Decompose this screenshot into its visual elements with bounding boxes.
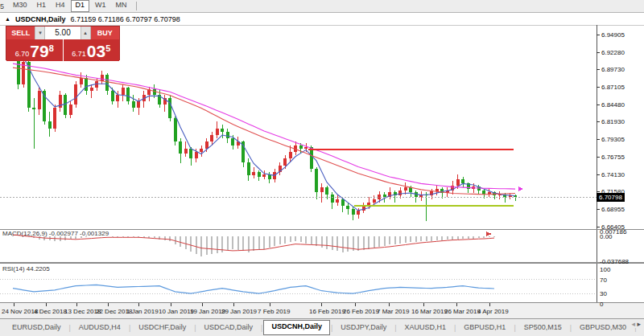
- candle-body: [398, 191, 402, 196]
- candle-body: [341, 199, 345, 206]
- candle-body: [352, 209, 355, 215]
- buy-price-big: 03: [87, 43, 105, 59]
- candle-body: [74, 84, 77, 104]
- candle-body: [283, 158, 287, 165]
- buy-price-small: 6.71: [72, 50, 86, 58]
- sell-price-big: 79: [30, 43, 48, 59]
- sell-price-small: 6.70: [15, 50, 30, 58]
- candle-body: [456, 179, 460, 186]
- macd-end-arrow-icon: [486, 232, 492, 236]
- buy-price-sup: 5: [105, 43, 110, 53]
- candle-body: [336, 199, 339, 203]
- candle-body: [205, 141, 208, 148]
- volume-up-icon[interactable]: ▴: [80, 27, 91, 39]
- candle-body: [325, 187, 328, 194]
- candle-body: [38, 91, 41, 109]
- chart-symbol-title: USDCNH,Daily: [15, 15, 66, 23]
- candle-body: [310, 147, 313, 169]
- candle-body: [195, 152, 198, 158]
- one-click-trading-panel: SELL ▾ 5.00 ▴ BUY 6.70 79 8 6.71 03 5: [6, 26, 120, 60]
- candle-body: [357, 211, 360, 215]
- candle-body: [48, 121, 52, 128]
- candle-body: [53, 108, 56, 128]
- sell-button[interactable]: SELL: [6, 27, 35, 39]
- collapse-panel-icon[interactable]: ▲: [5, 16, 10, 22]
- ma-end-arrow-icon: [518, 186, 523, 191]
- candle-body: [221, 129, 224, 132]
- candle-body: [247, 162, 250, 176]
- candle-body: [231, 138, 234, 145]
- candle-body: [262, 174, 266, 177]
- tab-scroll-right-icon[interactable]: ▸: [637, 320, 641, 328]
- candle-body: [320, 187, 324, 192]
- candle-body: [179, 141, 182, 154]
- candle-body: [373, 199, 376, 203]
- candle-body: [216, 129, 219, 135]
- candle-body: [404, 187, 407, 190]
- candle-body: [184, 149, 188, 154]
- chart-header: ▲ USDCNH,Daily 6.71159 6.71186 6.70797 6…: [5, 14, 180, 23]
- candle-body: [315, 169, 318, 192]
- candle-body: [189, 149, 192, 159]
- candle-body: [289, 152, 292, 158]
- rsi-line: [13, 285, 494, 293]
- buy-price[interactable]: 6.71 03 5: [64, 39, 120, 61]
- candle-body: [116, 95, 119, 101]
- candle-body: [346, 206, 349, 209]
- candle-body: [168, 98, 171, 118]
- candle-body: [226, 132, 229, 138]
- sell-price[interactable]: 6.70 79 8: [6, 39, 64, 61]
- candle-body: [409, 187, 412, 192]
- candle-body: [105, 75, 109, 92]
- tab-scroll-arrows: ◂ ▸: [630, 320, 642, 328]
- sell-price-sup: 8: [49, 43, 54, 53]
- candle-body: [101, 75, 104, 81]
- candle-body: [126, 88, 130, 101]
- candle-body: [90, 88, 93, 91]
- candle-body: [383, 195, 386, 197]
- candle-body: [252, 172, 255, 175]
- tab-scroll-left-icon[interactable]: ◂: [631, 320, 635, 328]
- candle-body: [482, 191, 485, 195]
- volume-down-icon[interactable]: ▾: [35, 27, 45, 39]
- candle-body: [200, 149, 203, 152]
- volume-input[interactable]: 5.00: [45, 27, 80, 39]
- candle-body: [85, 78, 88, 92]
- candle-body: [69, 104, 72, 115]
- candle-body: [461, 179, 464, 184]
- candle-body: [331, 195, 334, 203]
- candle-body: [299, 145, 303, 149]
- trading-terminal-window: 5 M30H1H4D1W1MN ▲ USDCNH,Daily 6.71159 6…: [0, 0, 644, 336]
- candle-body: [258, 172, 261, 177]
- candle-body: [304, 147, 308, 149]
- candle-body: [32, 108, 35, 109]
- candle-body: [174, 118, 177, 141]
- candle-body: [122, 88, 125, 94]
- candle-body: [210, 135, 213, 141]
- candle-body: [137, 101, 140, 108]
- candle-body: [80, 78, 83, 84]
- buy-button[interactable]: BUY: [91, 27, 119, 39]
- chart-ohlc-values: 6.71159 6.71186 6.70797 6.70798: [70, 15, 180, 23]
- candle-body: [132, 101, 135, 108]
- candle-body: [111, 91, 114, 101]
